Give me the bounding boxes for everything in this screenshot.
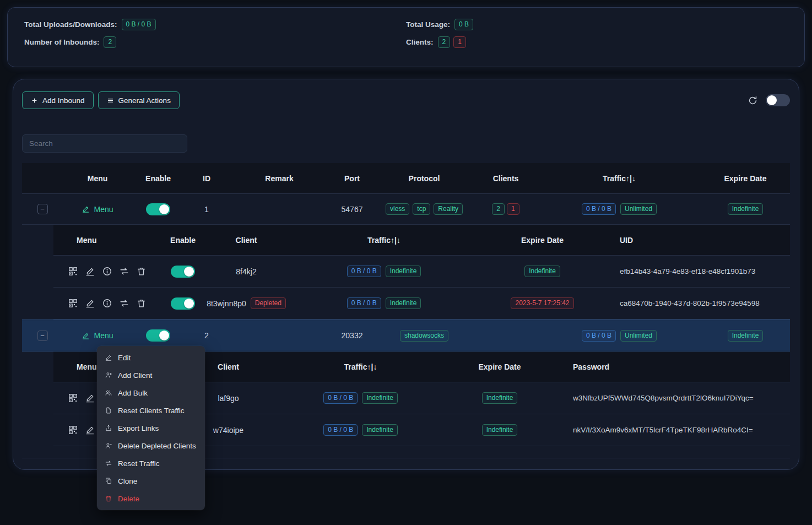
stat-inbound-count: Number of Inbounds: 2 <box>24 36 406 48</box>
client-uid: efb14b43-4a79-4e83-ef18-e48cf1901b73 <box>620 267 755 275</box>
inbounds-table-header: Menu Enable ID Remark Port Protocol Clie… <box>22 163 790 194</box>
client-expire-badge: Indefinite <box>482 424 518 436</box>
clients-depleted-badge: 1 <box>453 36 466 48</box>
header-expire-date: Expire Date <box>701 174 790 183</box>
stat-total-usage: Total Usage: 0 B <box>406 19 788 30</box>
menu-item-delete-depleted-clients[interactable]: Delete Depleted Clients <box>99 437 203 454</box>
inbound-port: 20332 <box>329 331 375 340</box>
inbound-menu-label: Menu <box>94 205 113 214</box>
protocol-badge: Reality <box>434 203 463 215</box>
client-password: nkV/I/3XoAm9v6xMT/T5lcrF4TpeTKF98rHARbRo… <box>573 426 753 434</box>
client-name: laf9go <box>218 394 239 403</box>
search-input[interactable] <box>22 134 187 153</box>
add-inbound-button[interactable]: Add Inbound <box>22 91 94 109</box>
inbound-id: 1 <box>184 205 229 214</box>
client-uid: ca68470b-1940-437d-802b-1f9573e94598 <box>620 299 760 307</box>
enable-toggle[interactable] <box>146 203 170 215</box>
qr-code-icon[interactable] <box>68 393 78 403</box>
inbound-count-value-badge: 2 <box>104 36 116 48</box>
client-traffic-badge: 0 B / 0 B <box>323 424 358 436</box>
info-icon[interactable] <box>102 266 112 277</box>
inbound-menu-button[interactable]: Menu <box>82 205 113 214</box>
stats-panel: Total Uploads/Downloads: 0 B / 0 B Numbe… <box>7 7 805 67</box>
edit-icon[interactable] <box>85 393 95 403</box>
header-port: Port <box>329 174 375 183</box>
expire-badge: Indefinite <box>728 203 764 215</box>
menu-item-delete[interactable]: Delete <box>99 490 203 507</box>
client-expire-badge: 2023-5-7 17:25:42 <box>511 297 573 309</box>
menu-item-reset-traffic[interactable]: Reset Traffic <box>99 454 203 472</box>
info-icon[interactable] <box>102 298 112 308</box>
client-traffic-total-badge: Indefinite <box>386 266 421 277</box>
menu-item-edit[interactable]: Edit <box>99 349 203 366</box>
menu-item-reset-clients-traffic[interactable]: Reset Clients Traffic <box>99 402 203 419</box>
transfer-icon[interactable] <box>119 298 129 308</box>
document-icon <box>105 407 112 414</box>
traffic-badge: 0 B / 0 B <box>582 203 616 215</box>
client-traffic-total-badge: Indefinite <box>386 297 421 309</box>
sub-header-expire-date: Expire Date <box>480 236 604 245</box>
general-actions-button[interactable]: General Actions <box>98 91 180 109</box>
stat-total-updown: Total Uploads/Downloads: 0 B / 0 B <box>24 19 406 30</box>
transfer-icon[interactable] <box>119 266 129 277</box>
inbound-row-1: − Menu 1 54767 vless tcp Reality 2 1 0 B… <box>22 194 790 225</box>
edit-icon <box>82 205 90 213</box>
client-expire-badge: Indefinite <box>482 392 518 404</box>
menu-item-add-bulk[interactable]: Add Bulk <box>99 384 203 402</box>
transfer-icon <box>105 459 112 467</box>
traffic-badge: 0 B / 0 B <box>582 330 616 342</box>
menu-item-add-client[interactable]: Add Client <box>99 366 203 384</box>
expire-badge: Indefinite <box>728 330 764 342</box>
menu-item-clone[interactable]: Clone <box>99 472 203 490</box>
traffic-total-badge: Unlimited <box>620 330 657 342</box>
protocol-badge: tcp <box>413 203 430 215</box>
users-icon <box>105 389 112 397</box>
total-usage-value-badge: 0 B <box>454 19 473 30</box>
inbounds-panel: Add Inbound General Actions Menu Enable … <box>13 79 799 470</box>
general-actions-label: General Actions <box>118 96 171 105</box>
sub-header-menu: Menu <box>53 236 161 245</box>
client-row: 8f4kj2 0 B / 0 B Indefinite Indefinite e… <box>53 256 790 288</box>
copy-icon <box>105 477 112 485</box>
clients-subtable-1-header: Menu Enable Client Traffic↑|↓ Expire Dat… <box>53 225 790 256</box>
header-protocol: Protocol <box>375 174 474 183</box>
stats-left-column: Total Uploads/Downloads: 0 B / 0 B Numbe… <box>24 19 406 56</box>
sub-header-traffic-sort[interactable]: Traffic↑|↓ <box>288 236 480 245</box>
delete-icon[interactable] <box>136 298 147 308</box>
client-traffic-badge: 0 B / 0 B <box>347 266 381 277</box>
qr-code-icon[interactable] <box>68 425 78 435</box>
menu-item-export-links[interactable]: Export Links <box>99 419 203 437</box>
protocol-badge: vless <box>386 203 409 215</box>
user-delete-icon <box>105 442 112 450</box>
traffic-total-badge: Unlimited <box>620 203 657 215</box>
inbound-context-menu: Edit Add Client Add Bulk Reset Clients T… <box>97 346 205 510</box>
client-enable-toggle[interactable] <box>171 297 195 310</box>
qr-code-icon[interactable] <box>68 266 78 277</box>
header-traffic-sort[interactable]: Traffic↑|↓ <box>538 174 701 183</box>
toolbar: Add Inbound General Actions <box>22 91 790 109</box>
sub-header-password: Password <box>530 362 790 371</box>
theme-toggle[interactable] <box>766 94 790 106</box>
delete-icon[interactable] <box>136 266 147 277</box>
qr-code-icon[interactable] <box>68 298 78 308</box>
user-add-icon <box>105 371 112 379</box>
collapse-row-button[interactable]: − <box>37 331 48 341</box>
collapse-row-button[interactable]: − <box>37 204 48 214</box>
add-inbound-label: Add Inbound <box>42 96 85 105</box>
clients-active-badge: 2 <box>438 36 451 48</box>
stat-clients: Clients: 2 1 <box>406 36 788 48</box>
plus-icon <box>31 97 38 104</box>
client-enable-toggle[interactable] <box>171 266 195 278</box>
inbound-menu-label: Menu <box>94 331 113 340</box>
total-usage-label: Total Usage: <box>406 20 450 29</box>
enable-toggle[interactable] <box>146 329 170 342</box>
edit-icon[interactable] <box>85 266 95 277</box>
header-clients: Clients <box>474 174 538 183</box>
depleted-badge: Depleted <box>251 297 286 309</box>
sub-header-traffic-sort[interactable]: Traffic↑|↓ <box>252 362 469 371</box>
inbound-menu-button[interactable]: Menu <box>82 331 113 340</box>
edit-icon[interactable] <box>85 298 95 308</box>
refresh-icon[interactable] <box>748 95 758 106</box>
edit-icon[interactable] <box>85 425 95 435</box>
sub-header-client: Client <box>205 362 252 371</box>
